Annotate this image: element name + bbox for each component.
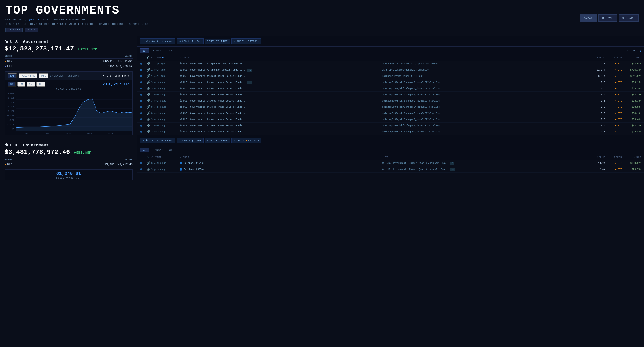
tx-from: 🏛 U.S. Government: Shakeeb Ahmed Seized … — [180, 100, 381, 102]
tx-link-icon[interactable]: 🔗 — [146, 62, 150, 66]
uk-asset-col-header: ASSET — [4, 157, 33, 162]
tx-to: bc1qzzq6p97njzkf6sfuqzc0jjzzu6x827m7xxl8… — [382, 124, 584, 127]
us-filter-x[interactable]: ✕ — [143, 40, 144, 43]
tx-time: 3 years ago — [151, 168, 179, 171]
bookmark-icon: ⊟ — [602, 17, 604, 20]
admin-button[interactable]: ADMIN — [580, 15, 596, 22]
tx-usd: $241.22M — [623, 75, 641, 78]
pnl-tab[interactable]: P&L — [39, 73, 48, 78]
uk-filter-x[interactable]: ✕ — [143, 139, 144, 142]
us-tx-label: TRANSACTIONS — [151, 49, 172, 52]
us-gov-filter-chip[interactable]: ✕ 🏛 U.S. Government — [140, 38, 176, 44]
table-row[interactable]: 🔗 3 weeks ago 🏛 U.S. Government: Shakeeb… — [138, 86, 644, 92]
uk-chain-filter-chip[interactable]: ✕ CHAIN ● BITCOIN — [231, 138, 261, 143]
tx-link-icon[interactable]: 🔗 — [146, 99, 150, 103]
uk-usd-filter-x[interactable]: ✕ — [179, 139, 181, 142]
bal-tab[interactable]: BAL — [8, 73, 17, 78]
1m-tab[interactable]: 1M — [18, 82, 26, 87]
uk-col-usd[interactable]: ⇢ USD — [623, 156, 641, 159]
table-row[interactable]: 🔗 3 weeks ago 🏛 U.S. Government: Shakeeb… — [138, 79, 644, 86]
table-row[interactable]: 🔗 3 weeks ago 🏛 U.S. Government: Shakeeb… — [138, 116, 644, 123]
table-row[interactable]: 🔗 3 weeks ago 🏛 U.S. Government: Shakeeb… — [138, 110, 644, 116]
tx-link-icon[interactable]: 🔗 — [146, 118, 150, 121]
all-tab[interactable]: ALL — [36, 82, 45, 87]
uk-gov-filter-chip[interactable]: ✕ 🏛 U.K. Government — [140, 138, 176, 143]
tx-link-icon[interactable]: 🔗 — [146, 81, 150, 84]
table-row[interactable]: 🔗 3 weeks ago 🏛 U.S. Government: Shakeeb… — [138, 129, 644, 135]
table-row[interactable]: 🔗 3 weeks ago 🏛 U.S. Government: Shakeeb… — [138, 92, 644, 98]
table-row[interactable]: 🔗 3 weeks ago 🏛 U.S. Government: Shakeeb… — [138, 123, 644, 129]
save-button[interactable]: ⊟ SAVE — [598, 15, 617, 22]
uk-gov-card: 🏛 U.K. Government $3,481,778,972.46 +$81… — [0, 139, 137, 184]
tx-link-icon[interactable]: 🔗 — [146, 105, 150, 109]
table-row[interactable]: 🔗 2 days ago 🏛 U.S. Government: Potapenk… — [138, 61, 644, 67]
table-row[interactable]: 🔗 3 weeks ago 🏛 U.S. Government: Shakeeb… — [138, 104, 644, 110]
tx-to: bc1qzzq6p97njzkf6sfuqzc0jjzzu6x827m7xxl8… — [382, 112, 584, 115]
uk-col-from[interactable]: ⇢ FROM — [180, 156, 381, 159]
tx-value: 0.5 — [584, 106, 605, 108]
col-empty-1 — [140, 56, 146, 59]
header-right: ADMIN ⊟ SAVE ⎋ SHARE — [580, 15, 638, 22]
table-row[interactable]: 🔗 1 week ago 🏛 U.S. Government: Banmeet … — [138, 73, 644, 79]
table-row[interactable]: 🔗 3 years ago 🔵 Coinbase (1N1sk) 🏛 U.K. … — [138, 160, 644, 166]
col-value[interactable]: ⇢ VALUE — [584, 56, 605, 59]
tx-link-icon[interactable]: 🔗 — [146, 87, 150, 90]
uk-gov-header: 🏛 U.K. Government — [4, 143, 132, 148]
table-row[interactable]: 🔗 3 years ago 🔵 Coinbase (335um) 🏛 U.K. … — [138, 166, 644, 173]
next-page-btn[interactable]: › — [640, 49, 641, 53]
us-tx-nav: all TRANSACTIONS 1 / 48 ‹ › — [138, 47, 644, 55]
value-col-header: VALUE — [32, 54, 132, 59]
3m-tab[interactable]: 3M — [27, 82, 35, 87]
col-token[interactable]: ⇢ TOKEN — [606, 56, 622, 59]
1w-tab[interactable]: 1W — [8, 82, 16, 87]
prev-page-btn[interactable]: ‹ — [637, 49, 638, 53]
us-eth-value: $151,506,226.52 — [32, 64, 132, 69]
uk-tx-label: TRANSACTIONS — [151, 149, 172, 152]
us-gov-assets: ASSET VALUE ●BTC $12,112,711,541.94 ◆ETH… — [4, 54, 132, 69]
us-all-tab[interactable]: all — [140, 48, 149, 53]
tx-link-icon[interactable]: 🔗 — [146, 68, 150, 72]
col-time[interactable]: ⏱ TIME ▼ — [151, 56, 179, 59]
tx-link-icon[interactable]: 🔗 — [146, 161, 150, 165]
usd-filter-x[interactable]: ✕ — [179, 40, 181, 43]
tx-token: ● BTC — [606, 118, 622, 121]
uk-col-to[interactable]: ⇢ TO — [382, 156, 584, 159]
tx-link-icon[interactable]: 🔗 — [146, 130, 150, 134]
col-usd[interactable]: ⇢ USD — [623, 56, 641, 59]
tx-link-icon[interactable]: 🔗 — [146, 74, 150, 78]
tx-to: bc1qzzq6p97njzkf6sfuqzc0jjzzu6x827m7xxl8… — [382, 106, 584, 108]
uk-all-tab[interactable]: all — [140, 148, 149, 152]
eth-dot: ◆ — [4, 65, 6, 68]
tx-link-icon[interactable]: 🔗 — [146, 93, 150, 97]
col-from[interactable]: ⇢ FROM — [180, 56, 381, 59]
chain-filter-label: CHAIN — [236, 40, 245, 43]
tx-usd: $33.40K — [623, 118, 641, 121]
tx-usd: $33.15K — [623, 81, 641, 84]
us-balance-history: BAL TOKEN BAL P&L BALANCES HISTORY: 🏛 U.… — [4, 71, 132, 135]
uk-col-value[interactable]: ⇢ VALUE — [584, 156, 605, 159]
share-button[interactable]: ⎋ SHARE — [618, 15, 638, 22]
usd-filter-chip[interactable]: ✕ USD ≥ $1.00K — [177, 38, 204, 44]
table-row[interactable]: 🔗 3 weeks ago 🏛 U.S. Government: Shakeeb… — [138, 98, 644, 104]
uk-col-time[interactable]: ⏱ TIME ▼ — [151, 156, 179, 159]
tx-time: 3 weeks ago — [151, 94, 179, 96]
tx-token: ● BTC — [606, 106, 622, 108]
btc-dot: ● — [4, 60, 6, 63]
col-to[interactable]: ⇢ TO — [382, 56, 584, 59]
chain-filter-x[interactable]: ✕ — [234, 40, 236, 43]
tx-link-icon[interactable]: 🔗 — [146, 111, 150, 115]
chain-filter-chip[interactable]: ✕ CHAIN ● BITCOIN — [231, 38, 261, 44]
us-chart-labels-x: 2016 2018 2020 2022 2024 — [5, 132, 132, 135]
us-btc-value: $12,112,711,541.94 — [32, 59, 132, 64]
tx-link-icon[interactable]: 🔗 — [146, 124, 150, 127]
uk-col-token[interactable]: ⇢ TOKEN — [606, 156, 622, 159]
uk-chain-label: CHAIN — [236, 139, 245, 142]
uk-usd-filter-chip[interactable]: ✕ USD ≥ $1.00K — [177, 138, 204, 143]
uk-chain-x[interactable]: ✕ — [234, 139, 236, 142]
tx-link-icon[interactable]: 🔗 — [146, 168, 150, 171]
token-bal-tab[interactable]: TOKEN BAL — [18, 73, 37, 78]
uk-value-col-header: VALUE — [33, 157, 132, 162]
tx-time: 3 weeks ago — [151, 81, 179, 84]
uk-tx-table-header: 🔗 ⏱ TIME ▼ ⇢ FROM ⇢ TO ⇢ VALUE ⇢ TOKEN ⇢… — [138, 154, 644, 160]
table-row[interactable]: 🔗 1 week ago 🏛 U.S. Government: Potapenk… — [138, 67, 644, 73]
